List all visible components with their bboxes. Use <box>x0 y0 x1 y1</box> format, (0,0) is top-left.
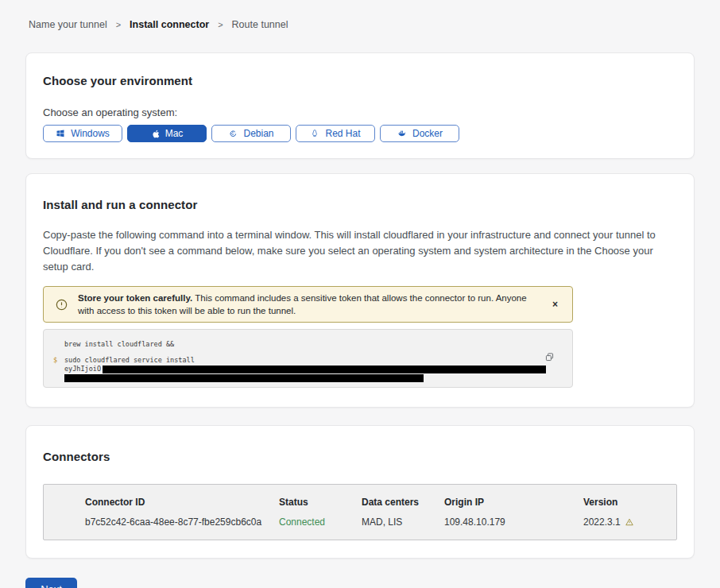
os-button-label: Red Hat <box>325 128 360 139</box>
close-icon[interactable]: × <box>549 298 561 311</box>
warning-triangle-icon <box>625 517 634 527</box>
breadcrumb: Name your tunnel > Install connector > R… <box>0 0 720 30</box>
environment-card-title: Choose your environment <box>43 74 677 87</box>
connectors-card: Connectors Connector ID Status Data cent… <box>25 425 695 559</box>
os-button-docker[interactable]: Docker <box>380 125 459 142</box>
shell-prompt: $ <box>53 356 57 365</box>
token-warning-banner: Store your token carefully. This command… <box>43 286 573 323</box>
os-select-label: Choose an operating system: <box>43 106 677 118</box>
column-header-connector-id: Connector ID <box>85 497 279 508</box>
docker-icon <box>397 129 407 138</box>
token-line: eyJhIjoiO <box>64 365 559 373</box>
windows-icon <box>56 129 65 138</box>
install-connector-card: Install and run a connector Copy-paste t… <box>25 173 695 408</box>
os-button-debian[interactable]: Debian <box>211 125 291 142</box>
breadcrumb-step-install-connector[interactable]: Install connector <box>130 19 209 30</box>
command-line-1: brew install cloudflared && <box>64 340 559 349</box>
column-header-version: Version <box>583 497 676 508</box>
debian-icon <box>228 129 238 138</box>
os-button-label: Debian <box>243 128 273 139</box>
command-line-2: sudo cloudflared service install eyJhIjo… <box>64 356 559 382</box>
os-button-redhat[interactable]: Red Hat <box>296 125 375 142</box>
breadcrumb-separator: > <box>218 20 223 29</box>
redacted-token-bar <box>103 366 546 373</box>
connectors-card-title: Connectors <box>43 450 677 463</box>
copy-icon <box>544 353 555 365</box>
breadcrumb-step-route-tunnel[interactable]: Route tunnel <box>232 19 288 30</box>
os-button-group: Windows Mac Debian Red Hat Docker <box>43 125 677 142</box>
os-button-label: Docker <box>412 128 443 139</box>
warning-title: Store your token carefully. <box>78 293 192 303</box>
os-button-windows[interactable]: Windows <box>43 125 122 142</box>
redhat-linux-icon <box>310 129 319 138</box>
command-code-block: brew install cloudflared && $ sudo cloud… <box>43 329 573 388</box>
column-header-data-centers: Data centers <box>362 497 444 508</box>
cell-origin-ip: 109.48.10.179 <box>444 516 583 528</box>
warning-text: Store your token carefully. This command… <box>78 292 535 318</box>
column-header-status: Status <box>279 497 362 508</box>
os-button-label: Mac <box>165 128 184 139</box>
copy-command-button[interactable] <box>543 350 556 364</box>
cell-connector-id: b7c52c42-6caa-48ee-8c77-fbe259cb6c0a <box>85 516 279 528</box>
next-button[interactable]: Next <box>25 578 77 588</box>
breadcrumb-separator: > <box>116 20 121 29</box>
version-value: 2022.3.1 <box>583 516 621 528</box>
install-card-title: Install and run a connector <box>43 198 671 211</box>
environment-card: Choose your environment Choose an operat… <box>25 52 695 159</box>
cell-data-centers: MAD, LIS <box>362 516 444 528</box>
column-header-origin-ip: Origin IP <box>444 497 583 508</box>
apple-icon <box>151 129 160 139</box>
token-prefix: eyJhIjoiO <box>64 365 101 373</box>
os-button-mac[interactable]: Mac <box>127 125 207 142</box>
cell-version: 2022.3.1 <box>583 516 676 528</box>
install-card-description: Copy-paste the following command into a … <box>43 227 671 275</box>
status-badge: Connected <box>279 516 362 528</box>
redacted-token-bar <box>64 374 424 382</box>
breadcrumb-step-name-your-tunnel[interactable]: Name your tunnel <box>29 19 107 30</box>
alert-circle-icon <box>55 298 68 311</box>
connectors-table: Connector ID Status Data centers Origin … <box>43 484 677 540</box>
command-text: sudo cloudflared service install <box>64 356 559 365</box>
os-button-label: Windows <box>71 128 110 139</box>
